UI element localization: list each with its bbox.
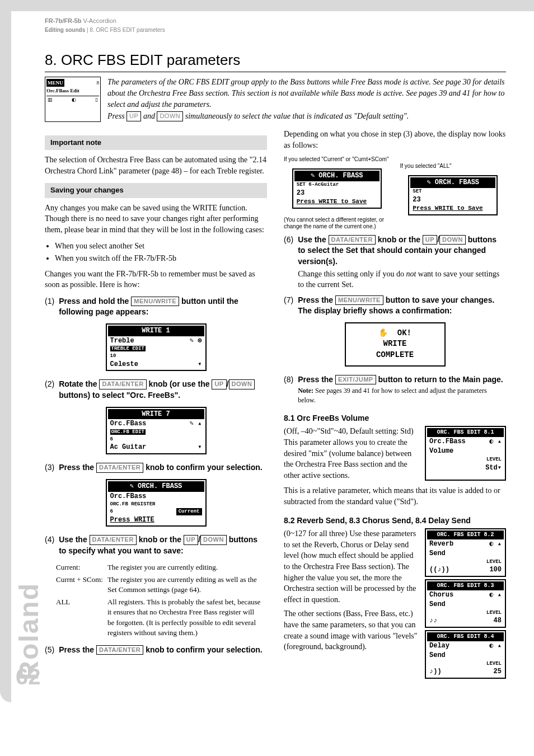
lcd-r1: Delay [429, 641, 449, 651]
right-column: Depending on what you chose in step (3) … [284, 129, 506, 685]
lcd-title: WRITE 1 [108, 326, 204, 336]
lcd-r4: 48 [494, 616, 502, 626]
lcd-r3: LEVEL [486, 610, 502, 616]
lcd-current: ✎ ORCH. FBASS SET 6-AcGuitar 23 Press WR… [292, 168, 382, 209]
save-v: All registers. This is probably the safe… [107, 596, 267, 639]
lcd-foot: Press WRITE to Save [297, 198, 367, 206]
caption-left: If you selected "Current" or "Curnt+SCom… [284, 156, 390, 163]
saving-changes-body: Any changes you make can be saved using … [45, 203, 267, 236]
data-enter-key: DATA/ENTER [99, 379, 146, 389]
lcd-8-3: ORC. FBS EDIT 8.3 Chorus◐ ▴ Send LEVEL ♪… [425, 579, 506, 628]
param-8-1-block: (Off, –40~"Std"~40, Default setting: Std… [284, 426, 506, 481]
lcd-r2: Send [429, 549, 446, 558]
lcd-sub: ORC.FB REGISTER [108, 501, 204, 508]
header-breadcrumb: Editing sounds | 8. ORC FBS EDIT paramet… [45, 26, 506, 34]
exit-jump-key: EXIT/JUMP [335, 375, 376, 384]
main-columns: Important note The selection of Orchestr… [45, 129, 506, 685]
lcd-r4: 100 [489, 565, 502, 575]
menu-icon-line: Orc.FBass Edit [46, 87, 99, 95]
top-decorative-band [0, 0, 534, 11]
down-key: DOWN [439, 235, 466, 245]
step-num: (6) [284, 234, 293, 290]
step1-a: Press and hold the [59, 297, 131, 306]
step8-a: Press the [298, 375, 335, 384]
lcd-r2: Send [429, 600, 446, 609]
step3-a: Press the [59, 463, 96, 472]
menu-icon-top: MENU [46, 79, 64, 87]
lcd-r2: 23 [297, 189, 305, 198]
lcd-stack: ORC. FBS EDIT 8.2 Reverb◐ ▴ Send LEVEL (… [425, 528, 506, 681]
step8-b: button to return to the Main page. [376, 375, 503, 384]
important-note-header: Important note [45, 135, 267, 150]
lcd-8-1: ORC. FBS EDIT 8.1 Orc.FBass◐ ▴ Volume LE… [425, 426, 506, 481]
step-6: (6) Use the DATA/ENTER knob or the UP/DO… [284, 234, 506, 290]
lcd-r1: SET 6-AcGuitar [294, 181, 380, 189]
lcd-r3: LEVEL [486, 457, 502, 462]
step6-e-i: not [406, 270, 416, 278]
intro-block: MENU8 Orc.FBass Edit ▥◐▯ The parameters … [45, 77, 506, 122]
save-v: The register you are currently editing a… [107, 574, 267, 596]
step6-a: Use the [298, 235, 328, 244]
intro-p2a: Press [107, 112, 127, 120]
save-k: Current: [56, 561, 107, 574]
product-name: V-Accordion [83, 17, 116, 24]
down-key: DOWN [229, 379, 255, 389]
left-column: Important note The selection of Orchestr… [45, 129, 267, 685]
lcd-r4: Std [485, 463, 498, 473]
breadcrumb-bold: Editing sounds [45, 27, 85, 33]
step7-a: Press the [298, 295, 335, 304]
lcd-title: ✎ ORCH. FBASS [108, 481, 204, 492]
step3-b: knob to confirm your selection. [143, 463, 262, 472]
data-enter-key: DATA/ENTER [90, 535, 137, 544]
down-key: DOWN [200, 535, 227, 544]
lcd-sub2: 10 [108, 353, 204, 360]
breadcrumb-rest: | 8. ORC FBS EDIT parameters [85, 27, 165, 33]
step5-a: Press the [59, 645, 96, 654]
save-k: Currnt + SCom: [56, 574, 107, 596]
saving-changes-body2: Changes you want the FR-7b/FR-5b to reme… [45, 269, 267, 290]
param-8-1-text2: This is a relative parameter, which mean… [284, 485, 506, 507]
data-enter-key: DATA/ENTER [329, 235, 376, 245]
up-key: UP [423, 235, 437, 245]
param-8-2-text: (0~127 for all three) Use these paramete… [284, 529, 416, 604]
save-k: ALL [56, 596, 107, 639]
lost-cases-list: When you select another Set When you swi… [55, 241, 267, 264]
param-8-1-text: (Off, –40~"Std"~40, Default setting: Std… [284, 426, 418, 481]
menu-icon: MENU8 Orc.FBass Edit ▥◐▯ [45, 77, 101, 122]
model-name: FR-7b/FR-5b [45, 17, 81, 24]
lcd-title: ✎ ORCH. FBASS [294, 171, 380, 181]
lcd-sub2: 6 [108, 436, 204, 443]
caption-right: If you selected "ALL" [400, 163, 507, 170]
data-enter-key: DATA/ENTER [96, 463, 143, 472]
step-7: (7) Press the MENU/WRITE button to save … [284, 295, 506, 317]
lcd-r1: Orc.FBass [110, 492, 147, 501]
col2-lead: Depending on what you chose in step (3) … [284, 129, 506, 151]
lcd-r2: Celeste [110, 360, 138, 369]
step-num: (7) [284, 295, 293, 317]
step-num: (3) [45, 462, 54, 473]
lcd-8-2: ORC. FBS EDIT 8.2 Reverb◐ ▴ Send LEVEL (… [425, 528, 506, 577]
step-5: (5) Press the DATA/ENTER knob to confirm… [45, 645, 267, 656]
save-options-table: Current:The register you are currently e… [56, 561, 267, 639]
list-item: When you select another Set [55, 241, 267, 252]
lcd-r1: Reverb [429, 539, 453, 549]
param-8-1-header: 8.1 Orc FreeBs Volume [284, 413, 506, 424]
lcd-r4: 25 [494, 667, 502, 677]
step5-b: knob to confirm your selection. [143, 645, 262, 654]
lcd-title: WRITE 7 [108, 409, 204, 420]
lcd-r2: Send [429, 651, 446, 660]
lcd-r1: Orc.FBass [110, 419, 147, 429]
step-2: (2) Rotate the DATA/ENTER knob (or use t… [45, 379, 267, 401]
data-enter-key: DATA/ENTER [96, 645, 143, 655]
lcd-r2: 23 [413, 195, 420, 205]
step-num: (1) [45, 296, 54, 318]
left-decorative-band [0, 0, 11, 702]
up-key: UP [184, 535, 198, 544]
lcd-title: ORC. FBS EDIT 8.1 [427, 428, 504, 437]
lcd-foot: Press WRITE to Save [413, 204, 483, 213]
lcd-write-1: WRITE 1 Treble✎ ⊗ TREBLE EDIT 10 Celeste… [106, 323, 207, 372]
lcd-ok-r1: OK! [397, 328, 411, 337]
up-key: UP [127, 111, 141, 121]
lcd-r1: SET [410, 188, 495, 195]
lcd-sub: TREBLE EDIT [110, 346, 146, 351]
